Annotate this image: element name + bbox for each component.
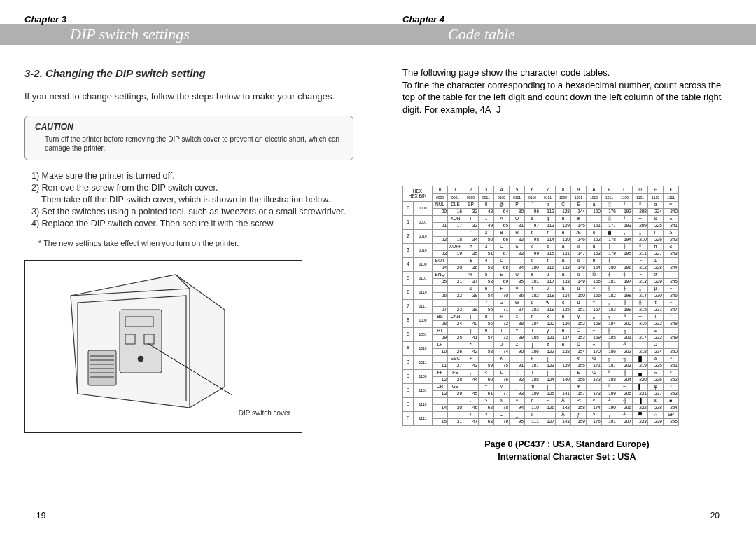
right-intro-1: The following page show the character co… <box>402 67 732 79</box>
svg-rect-2 <box>144 334 154 344</box>
caption-line-2: International Character Set : USA <box>402 451 732 464</box>
note-text: * The new settings take effect when you … <box>38 238 354 249</box>
steps-list: 1) Make sure the printer is turned off. … <box>24 170 354 229</box>
caution-heading: CAUTION <box>35 122 343 133</box>
caution-box: CAUTION Turn off the printer before remo… <box>24 116 354 161</box>
illustration-box: DIP switch cover <box>24 260 302 433</box>
step-3: 3) Set the switches using a pointed tool… <box>31 206 354 218</box>
code-table-caption: Page 0 (PC437 : USA, Standard Europe) In… <box>402 439 732 463</box>
svg-point-4 <box>138 356 144 362</box>
code-table-wrap: HEXHEX BIN0123456789ABCDEF00000001001000… <box>402 186 732 426</box>
right-page: Chapter 4 The following page show the ch… <box>378 0 756 536</box>
printer-illustration <box>50 268 232 422</box>
right-intro-2: To fine the character corresponding to a… <box>402 79 732 116</box>
step-2b: Then take off the DIP switch cover, whic… <box>31 194 354 206</box>
left-chapter-label: Chapter 3 <box>24 14 354 25</box>
step-2: 2) Remove the screw from the DIP switch … <box>31 182 354 194</box>
left-page: Chapter 3 3-2. Changing the DIP switch s… <box>0 0 378 536</box>
illustration-label: DIP switch cover <box>239 408 290 418</box>
left-page-number: 19 <box>36 511 46 521</box>
code-table: HEXHEX BIN0123456789ABCDEF00000001001000… <box>402 186 679 426</box>
svg-rect-1 <box>125 334 135 344</box>
right-chapter-label: Chapter 4 <box>402 14 732 25</box>
caption-line-1: Page 0 (PC437 : USA, Standard Europe) <box>402 439 732 451</box>
right-page-number: 20 <box>710 511 720 521</box>
svg-rect-3 <box>125 317 153 327</box>
section-heading: 3-2. Changing the DIP switch setting <box>24 67 354 81</box>
step-4: 4) Replace the DIP switch cover. Then se… <box>31 218 354 230</box>
intro-text: If you need to change settings, follow t… <box>24 90 354 103</box>
caution-text: Turn off the printer before removing the… <box>35 135 343 153</box>
step-1: 1) Make sure the printer is turned off. <box>31 170 354 182</box>
